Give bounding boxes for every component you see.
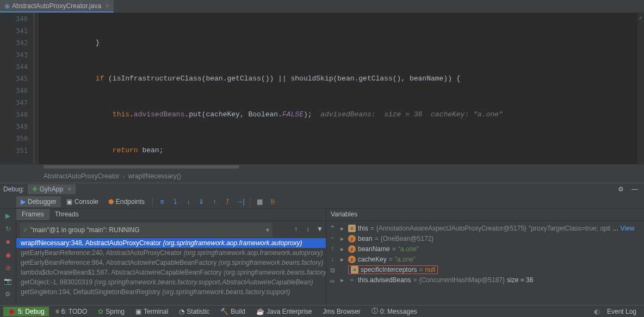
stack-frame-item[interactable]: wrapIfNecessary:348, AbstractAutoProxyCr… xyxy=(16,238,326,248)
run-config-tab[interactable]: ✚ GyhApp × xyxy=(28,184,76,194)
get-thread-dump-icon[interactable]: 📷 xyxy=(3,276,13,286)
view-breakpoints-icon[interactable]: ◉ xyxy=(3,250,13,260)
stack-frame-item[interactable]: getObject:-1, 883020319 (org.springframe… xyxy=(16,277,326,287)
threads-tab[interactable]: Threads xyxy=(49,209,84,220)
variables-panel: Variables + − ↑ ↓ ⧉ ∞ ▸ ≡ this = {Annota… xyxy=(326,209,644,309)
status-java-enterprise-button[interactable]: ☕ Java Enterprise xyxy=(252,307,316,316)
file-tab[interactable]: ◉ AbstractAutoProxyCreator.java × xyxy=(0,0,114,13)
line-number: 349 xyxy=(0,121,28,133)
event-log-button[interactable]: Event Log xyxy=(603,307,641,316)
glasses-icon[interactable]: ∞ xyxy=(330,277,335,285)
close-icon[interactable]: × xyxy=(106,2,109,10)
frame-list[interactable]: wrapIfNecessary:348, AbstractAutoProxyCr… xyxy=(16,238,326,297)
drop-frame-icon[interactable]: ⤴ xyxy=(221,196,233,208)
inline-debug-hint: advisedBeans: size = 36 cacheKey: "a.one… xyxy=(312,110,503,119)
frames-panel-tabs: Frames Threads xyxy=(16,209,326,221)
debugger-icon: ▶ xyxy=(21,198,26,206)
debug-label: Debug: xyxy=(3,185,24,193)
chevron-down-icon: ▾ xyxy=(266,226,269,234)
expand-icon[interactable]: ▸ xyxy=(340,256,346,263)
editor-marker-bar[interactable]: ✓ xyxy=(637,13,644,164)
line-number: 347 xyxy=(0,97,28,109)
breadcrumb-class[interactable]: AbstractAutoProxyCreator xyxy=(44,172,119,180)
step-over-icon[interactable]: ⤵ xyxy=(169,196,181,208)
endpoints-tab[interactable]: ⬢ Endpoints xyxy=(104,196,149,207)
debug-tool-window-header: Debug: ✚ GyhApp × ⚙ — xyxy=(0,183,644,195)
status-jms-button[interactable]: Jms Browser xyxy=(318,307,364,316)
variables-header: Variables xyxy=(326,209,644,221)
line-number: 344 xyxy=(0,61,28,73)
line-number: 351 xyxy=(0,145,28,157)
stack-frame-item[interactable]: lambda$doCreateBean$1:587, AbstractAutow… xyxy=(16,268,326,277)
show-watches-icon[interactable]: ↓ xyxy=(331,256,334,263)
duplicate-watch-icon[interactable]: ↑ xyxy=(331,245,334,252)
filter-icon[interactable]: ▼ xyxy=(314,223,326,235)
expand-icon[interactable]: ▸ xyxy=(340,276,346,284)
status-todo-button[interactable]: ≡ 6: TODO xyxy=(51,307,92,316)
evaluate-expression-icon[interactable]: ▦ xyxy=(253,196,265,208)
previous-frame-icon[interactable]: ↑ xyxy=(290,223,302,235)
code-editor[interactable]: 340 341 342 343 344 345 346 347 348 349 … xyxy=(0,13,644,164)
resume-icon[interactable]: ▶ xyxy=(3,211,13,221)
status-indicator-icon[interactable]: ◐ xyxy=(594,308,599,315)
force-step-into-icon[interactable]: ⇓ xyxy=(195,196,207,208)
check-icon: ✓ xyxy=(23,226,28,234)
remove-watch-icon[interactable]: − xyxy=(330,234,334,241)
variable-row: ▸ ≡ this = {AnnotationAwareAspectJAutoPr… xyxy=(340,223,642,233)
endpoints-icon: ⬢ xyxy=(108,198,114,206)
breadcrumb-method[interactable]: wrapIfNecessary() xyxy=(128,172,181,180)
next-frame-icon[interactable]: ↓ xyxy=(302,223,314,235)
debug-body: ▶ ↻ ■ ◉ ⊘ 📷 ⚙ Frames Threads ✓ "main"@1 … xyxy=(0,209,644,309)
status-debug-button[interactable]: 🐞 5: Debug xyxy=(3,307,49,316)
expand-icon[interactable]: ▸ xyxy=(340,235,346,243)
line-number: 345 xyxy=(0,73,28,85)
horizontal-scrollbar[interactable] xyxy=(0,164,644,170)
close-icon[interactable]: × xyxy=(67,185,71,193)
rerun-icon[interactable]: ↻ xyxy=(3,224,13,234)
param-icon: p xyxy=(348,245,356,253)
view-link[interactable]: View xyxy=(621,225,635,232)
chart-icon: ◔ xyxy=(179,308,184,315)
add-watch-icon[interactable]: + xyxy=(330,223,334,231)
frames-panel: Frames Threads ✓ "main"@1 in group "main… xyxy=(16,209,326,309)
mute-breakpoints-icon[interactable]: ⊘ xyxy=(3,263,13,273)
line-gutter: 340 341 342 343 344 345 346 347 348 349 … xyxy=(0,13,38,164)
expand-icon[interactable]: ▸ xyxy=(340,245,346,253)
param-icon: p xyxy=(348,235,356,243)
status-spring-button[interactable]: ✿ Spring xyxy=(94,307,129,316)
duplicate-icon[interactable]: ⧉ xyxy=(330,266,335,274)
object-icon: ≡ xyxy=(348,225,356,232)
stack-frame-item[interactable]: getEarlyBeanReference:964, AbstractAutow… xyxy=(16,258,326,268)
show-execution-point-icon[interactable]: ≡ xyxy=(156,196,168,208)
status-terminal-button[interactable]: ▣ Terminal xyxy=(131,307,172,316)
gear-icon[interactable]: ⚙ xyxy=(615,183,627,195)
step-into-icon[interactable]: ↓ xyxy=(182,196,194,208)
line-number: 341 xyxy=(0,25,28,37)
minimize-icon[interactable]: — xyxy=(629,183,641,195)
stop-icon[interactable]: ■ xyxy=(3,237,13,247)
expand-icon[interactable]: ▸ xyxy=(340,225,346,232)
run-to-cursor-icon[interactable]: →| xyxy=(234,196,246,208)
frames-tab[interactable]: Frames xyxy=(16,209,49,220)
status-statistic-button[interactable]: ◔ Statistic xyxy=(175,307,214,316)
step-out-icon[interactable]: ↑ xyxy=(208,196,220,208)
debugger-tab[interactable]: ▶ Debugger xyxy=(16,196,61,207)
run-config-name: GyhApp xyxy=(40,185,63,193)
line-number: 348 xyxy=(0,109,28,121)
stack-frame-item[interactable]: getEarlyBeanReference:240, AbstractAutoP… xyxy=(16,248,326,258)
variables-tree[interactable]: ▸ ≡ this = {AnnotationAwareAspectJAutoPr… xyxy=(326,221,644,287)
line-number: 350 xyxy=(0,133,28,145)
bug-icon: ✚ xyxy=(32,185,38,193)
spring-icon: ✿ xyxy=(98,308,103,315)
trace-current-stream-icon[interactable]: ⎘ xyxy=(267,196,278,208)
console-tab[interactable]: ▣ Console xyxy=(62,196,103,207)
status-build-button[interactable]: 🔨 Build xyxy=(216,307,250,316)
debug-toolbar: ▶ Debugger ▣ Console ⬢ Endpoints ≡ ⤵ ↓ ⇓… xyxy=(0,195,644,209)
status-messages-button[interactable]: ⓘ 0: Messages xyxy=(367,306,422,317)
thread-selector-dropdown[interactable]: ✓ "main"@1 in group "main": RUNNING ▾ xyxy=(20,223,273,237)
file-tab-name: AbstractAutoProxyCreator.java xyxy=(12,2,101,10)
settings-icon[interactable]: ⚙ xyxy=(3,289,13,299)
highlighted-variable[interactable]: ≡ specificInterceptors = null xyxy=(348,265,438,274)
code-area[interactable]: } if (isInfrastructureClass(bean.getClas… xyxy=(38,13,644,164)
stack-frame-item[interactable]: getSingleton:194, DefaultSingletonBeanRe… xyxy=(16,287,326,297)
